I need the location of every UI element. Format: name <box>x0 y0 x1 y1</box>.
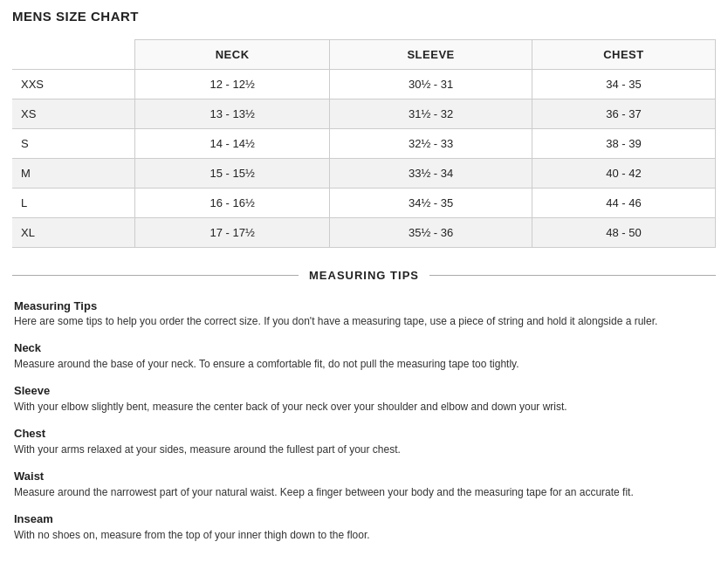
table-row: M 15 - 15½ 33½ - 34 40 - 42 <box>12 159 716 189</box>
tip-block: Sleeve With your elbow slightly bent, me… <box>14 384 714 415</box>
col-header-size <box>12 40 134 70</box>
tip-heading: Sleeve <box>14 384 714 397</box>
table-row: S 14 - 14½ 32½ - 33 38 - 39 <box>12 129 716 159</box>
col-header-neck: NECK <box>134 40 329 70</box>
neck-value: 15 - 15½ <box>134 159 329 189</box>
size-label: M <box>12 159 134 189</box>
size-label: XL <box>12 218 134 248</box>
sleeve-value: 31½ - 32 <box>330 99 532 129</box>
tip-heading: Inseam <box>14 512 714 525</box>
chest-value: 34 - 35 <box>532 70 715 99</box>
sleeve-value: 32½ - 33 <box>330 129 532 159</box>
neck-value: 16 - 16½ <box>134 189 329 218</box>
tip-text: Measure around the narrowest part of you… <box>14 484 714 500</box>
measuring-tips-divider: MEASURING TIPS <box>12 269 716 282</box>
neck-value: 14 - 14½ <box>134 129 329 159</box>
tip-block: Inseam With no shoes on, measure from th… <box>14 512 714 543</box>
tip-text: Measure around the base of your neck. To… <box>14 356 714 372</box>
table-row: XXS 12 - 12½ 30½ - 31 34 - 35 <box>12 70 716 99</box>
measuring-tips-section: Measuring Tips Here are some tips to hel… <box>12 299 716 543</box>
tip-block: Chest With your arms relaxed at your sid… <box>14 427 714 457</box>
table-row: XL 17 - 17½ 35½ - 36 48 - 50 <box>12 218 716 248</box>
page-title: MENS SIZE CHART <box>12 9 716 24</box>
chest-value: 44 - 46 <box>532 189 715 218</box>
tip-heading: Waist <box>14 470 714 483</box>
size-label: XXS <box>12 70 134 99</box>
col-header-sleeve: SLEEVE <box>330 40 532 70</box>
neck-value: 13 - 13½ <box>134 99 329 129</box>
chest-value: 40 - 42 <box>532 159 715 189</box>
tips-intro: Here are some tips to help you order the… <box>14 315 714 327</box>
table-row: XS 13 - 13½ 31½ - 32 36 - 37 <box>12 99 716 129</box>
tip-text: With your arms relaxed at your sides, me… <box>14 442 714 457</box>
table-row: L 16 - 16½ 34½ - 35 44 - 46 <box>12 189 716 218</box>
neck-value: 12 - 12½ <box>134 70 329 99</box>
size-label: L <box>12 189 134 218</box>
tip-text: With your elbow slightly bent, measure t… <box>14 399 714 415</box>
divider-label: MEASURING TIPS <box>299 269 429 282</box>
tips-title: Measuring Tips <box>14 299 714 312</box>
sleeve-value: 30½ - 31 <box>330 70 532 99</box>
tip-block: Waist Measure around the narrowest part … <box>14 470 714 500</box>
neck-value: 17 - 17½ <box>134 218 329 248</box>
chest-value: 38 - 39 <box>532 129 715 159</box>
sleeve-value: 33½ - 34 <box>330 159 532 189</box>
tip-heading: Chest <box>14 427 714 440</box>
chest-value: 36 - 37 <box>532 99 715 129</box>
size-label: S <box>12 129 134 159</box>
tip-block: Neck Measure around the base of your nec… <box>14 341 714 372</box>
col-header-chest: CHEST <box>532 40 715 70</box>
tip-heading: Neck <box>14 341 714 354</box>
sleeve-value: 35½ - 36 <box>330 218 532 248</box>
size-chart-table: NECK SLEEVE CHEST XXS 12 - 12½ 30½ - 31 … <box>12 39 716 248</box>
size-label: XS <box>12 99 134 129</box>
sleeve-value: 34½ - 35 <box>330 189 532 218</box>
chest-value: 48 - 50 <box>532 218 715 248</box>
tip-text: With no shoes on, measure from the top o… <box>14 527 714 543</box>
